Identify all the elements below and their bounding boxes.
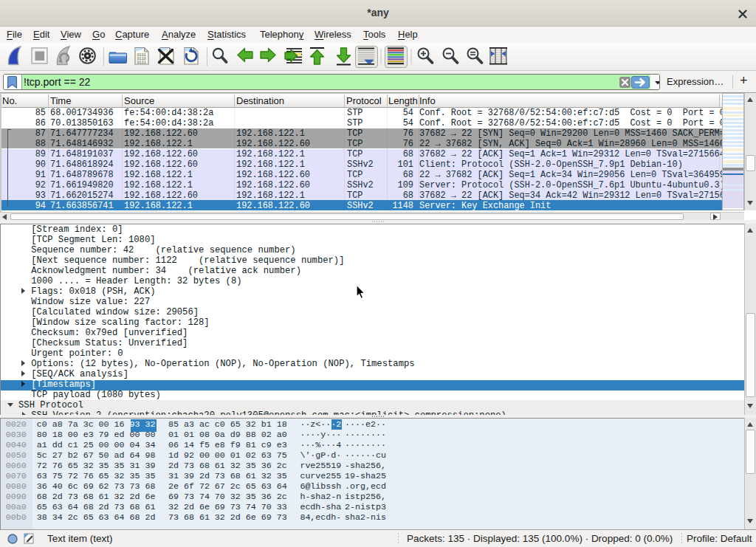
svg-text:0111: 0111 bbox=[137, 61, 146, 65]
